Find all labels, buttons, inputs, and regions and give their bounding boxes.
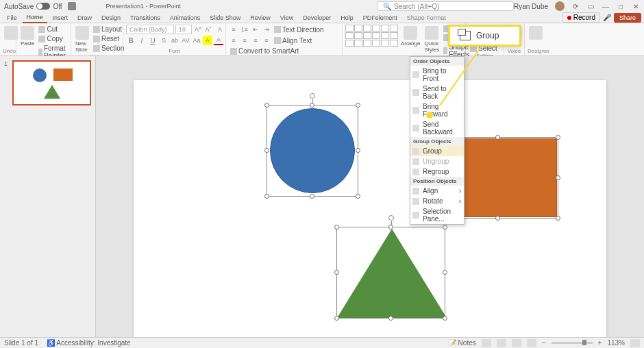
tab-animations[interactable]: Animations [166, 13, 205, 23]
resize-handle[interactable] [556, 216, 560, 221]
minimize-icon[interactable]: — [602, 2, 610, 10]
resize-handle[interactable] [356, 148, 360, 153]
shape-option[interactable] [372, 40, 380, 47]
shape-option[interactable] [345, 40, 354, 47]
maximize-icon[interactable]: □ [617, 2, 625, 10]
strike-button[interactable]: S [159, 36, 169, 45]
reading-view-button[interactable] [512, 339, 521, 347]
close-icon[interactable]: ✕ [632, 2, 640, 10]
record-button[interactable]: Record [562, 12, 600, 23]
shape-option[interactable] [354, 32, 362, 39]
case-button[interactable]: Aa [192, 36, 201, 45]
shapes-gallery[interactable] [345, 25, 398, 47]
ribbon-mode-icon[interactable]: ▭ [586, 2, 595, 10]
save-icon[interactable] [68, 2, 76, 10]
rotate-handle[interactable] [310, 93, 315, 99]
tab-slideshow[interactable]: Slide Show [206, 13, 245, 23]
tab-file[interactable]: File [3, 13, 21, 23]
arrange-button[interactable]: Arrange [399, 25, 421, 48]
menu-rotate[interactable]: Rotate› [410, 196, 464, 206]
zoom-level[interactable]: 113% [607, 339, 625, 347]
resize-handle[interactable] [334, 225, 339, 229]
zoom-slider[interactable] [552, 342, 593, 344]
copy-button[interactable]: Copy [37, 34, 70, 43]
resize-handle[interactable] [388, 225, 393, 229]
resize-handle[interactable] [264, 194, 269, 199]
resize-handle[interactable] [334, 316, 339, 321]
triangle-selection[interactable] [336, 227, 445, 319]
shape-option[interactable] [390, 32, 398, 39]
menu-regroup[interactable]: Regroup [410, 166, 464, 177]
menu-send-backward[interactable]: Send Backward [410, 119, 464, 137]
underline-button[interactable]: U [148, 36, 158, 45]
shape-option[interactable] [354, 25, 362, 32]
rotate-handle[interactable] [388, 215, 394, 221]
canvas-area[interactable]: Order Objects Bring to Front Send to Bac… [96, 56, 644, 348]
section-button[interactable]: Section [92, 44, 125, 53]
quick-styles-button[interactable]: Quick Styles [423, 25, 441, 54]
font-grow-button[interactable]: A^ [193, 25, 203, 34]
shape-option[interactable] [345, 32, 354, 39]
tab-help[interactable]: Help [336, 13, 358, 23]
menu-align[interactable]: Align› [410, 186, 464, 196]
tab-home[interactable]: Home [23, 12, 47, 23]
shape-option[interactable] [381, 25, 389, 32]
avatar[interactable] [555, 1, 565, 11]
share-button[interactable]: Share [614, 13, 641, 23]
font-color-button[interactable]: A [214, 36, 223, 45]
tab-review[interactable]: Review [246, 13, 275, 23]
zoom-in-button[interactable]: + [598, 339, 602, 347]
resize-handle[interactable] [334, 270, 339, 275]
shape-option[interactable] [381, 32, 389, 39]
text-direction-button[interactable]: Text Direction [273, 25, 325, 34]
shape-option[interactable] [372, 25, 380, 32]
font-name-select[interactable]: Calibri (Body) [126, 25, 174, 34]
search-input[interactable]: 🔍 Search (Alt+Q) [377, 1, 514, 11]
shape-option[interactable] [372, 32, 380, 39]
indent-inc-button[interactable]: ⇥ [262, 25, 271, 34]
zoom-out-button[interactable]: − [542, 339, 546, 347]
slide-thumbnail[interactable] [12, 60, 91, 105]
spacing-button[interactable]: AV [181, 36, 190, 45]
menu-send-back[interactable]: Send to Back [410, 84, 464, 101]
numbering-button[interactable]: 1≡ [240, 25, 249, 34]
convert-smartart-button[interactable]: Convert to SmartArt [229, 47, 300, 55]
normal-view-button[interactable] [482, 339, 491, 347]
design-ideas-button[interactable] [528, 25, 544, 41]
align-text-button[interactable]: Align Text [273, 36, 313, 45]
cut-button[interactable]: Cut [37, 25, 70, 34]
circle-shape[interactable] [270, 108, 355, 193]
sync-icon[interactable]: ⟳ [571, 2, 580, 10]
resize-handle[interactable] [310, 194, 314, 199]
autosave-toggle[interactable] [36, 3, 50, 10]
tab-transitions[interactable]: Transitions [126, 13, 164, 23]
layout-button[interactable]: Layout [92, 25, 125, 34]
menu-selection-pane[interactable]: Selection Pane... [410, 206, 464, 224]
shadow-button[interactable]: ab [170, 36, 179, 45]
shape-option[interactable] [363, 25, 371, 32]
mic-icon[interactable]: 🎤 [603, 14, 611, 22]
sorter-view-button[interactable] [497, 339, 506, 347]
shape-option[interactable] [345, 25, 354, 32]
font-size-select[interactable]: 18 [175, 25, 192, 34]
new-slide-button[interactable]: New Slide [74, 25, 90, 54]
slide-indicator[interactable]: Slide 1 of 1 [4, 339, 38, 347]
justify-button[interactable]: ≡ [262, 36, 271, 45]
tab-view[interactable]: View [276, 13, 297, 23]
resize-handle[interactable] [495, 216, 500, 221]
resize-handle[interactable] [264, 148, 269, 153]
bullets-button[interactable]: ≡ [229, 25, 238, 34]
resize-handle[interactable] [443, 270, 447, 275]
clear-format-button[interactable]: A [215, 25, 225, 34]
resize-handle[interactable] [388, 316, 393, 321]
menu-group[interactable]: Group [410, 146, 464, 156]
paste-button[interactable]: Paste [19, 25, 36, 48]
resize-handle[interactable] [556, 175, 560, 180]
resize-handle[interactable] [556, 135, 560, 140]
tab-developer[interactable]: Developer [299, 13, 335, 23]
tab-design[interactable]: Design [97, 13, 125, 23]
triangle-shape[interactable] [337, 229, 447, 318]
tab-draw[interactable]: Draw [73, 13, 96, 23]
shape-option[interactable] [381, 40, 389, 47]
indent-dec-button[interactable]: ⇤ [251, 25, 260, 34]
